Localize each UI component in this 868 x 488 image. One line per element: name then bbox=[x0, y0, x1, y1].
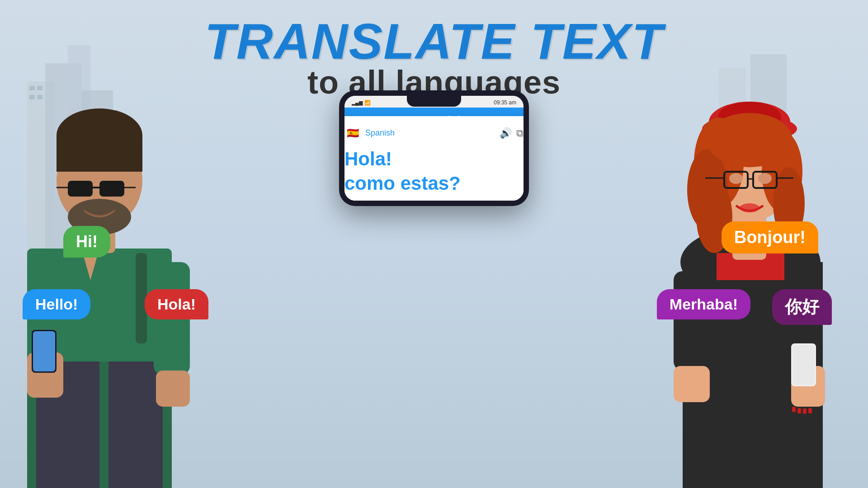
spanish-copy-icon[interactable]: ⧉ bbox=[516, 127, 524, 139]
phone-notch bbox=[407, 96, 461, 107]
phone-screen: ▂▄▆ 📶 09:35 am ‹ Text Translation 🇺🇸 bbox=[344, 96, 524, 201]
bubble-hello: Hello! bbox=[23, 289, 90, 319]
spanish-line2: como estas? bbox=[344, 171, 524, 196]
spanish-label: Spanish bbox=[365, 128, 395, 138]
phone-frame: ▂▄▆ 📶 09:35 am ‹ Text Translation 🇺🇸 bbox=[339, 90, 529, 206]
headline: TRANSLATE TEXT to all languages bbox=[204, 14, 663, 100]
es-flag: 🇪🇸 bbox=[344, 125, 361, 141]
spanish-text: Hola! como estas? bbox=[344, 147, 524, 196]
status-time: 09:35 am bbox=[494, 99, 516, 106]
spanish-lang-header: 🇪🇸 Spanish 🔊 ⧉ bbox=[344, 125, 524, 141]
spanish-line1: Hola! bbox=[344, 147, 524, 172]
signal-icon: ▂▄▆ bbox=[352, 100, 363, 106]
bubble-bonjour: Bonjour! bbox=[722, 221, 818, 253]
bubble-hola: Hola! bbox=[145, 289, 208, 319]
wifi-icon: 📶 bbox=[364, 100, 371, 106]
bubble-hi: Hi! bbox=[63, 226, 110, 258]
spanish-lang-left: 🇪🇸 Spanish bbox=[344, 125, 395, 141]
phone-mockup: ▂▄▆ 📶 09:35 am ‹ Text Translation 🇺🇸 bbox=[339, 90, 529, 206]
spanish-card: 🇪🇸 Spanish 🔊 ⧉ Hola! como estas? bbox=[344, 116, 524, 201]
spanish-actions: 🔊 ⧉ bbox=[500, 127, 524, 139]
status-left-icons: ▂▄▆ 📶 bbox=[352, 100, 371, 106]
headline-main: TRANSLATE TEXT bbox=[204, 14, 663, 69]
bubble-merhaba: Merhaba! bbox=[657, 289, 750, 319]
bubble-chinese: 你好 bbox=[772, 289, 832, 325]
spanish-speaker-icon[interactable]: 🔊 bbox=[500, 127, 512, 139]
